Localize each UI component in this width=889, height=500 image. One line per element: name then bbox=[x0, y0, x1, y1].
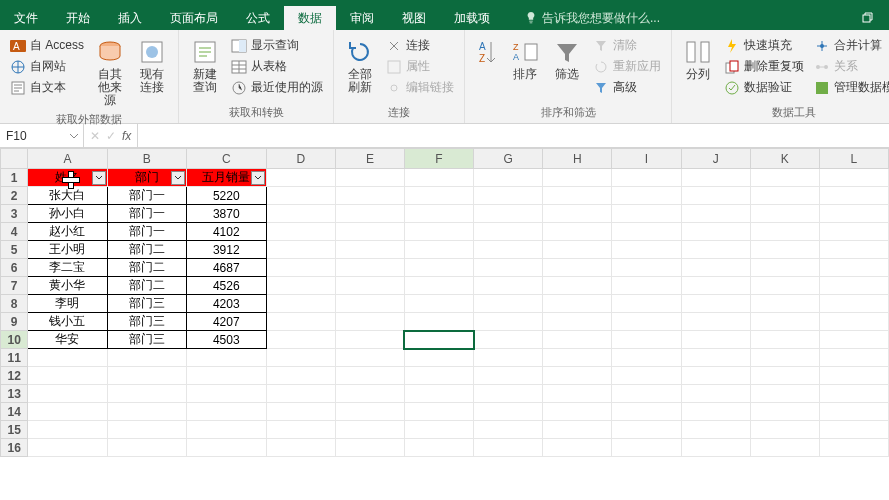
cell-B1[interactable]: 部门 bbox=[107, 169, 186, 187]
tab-formula[interactable]: 公式 bbox=[232, 6, 284, 30]
cell-E10[interactable] bbox=[335, 331, 404, 349]
cell-G2[interactable] bbox=[474, 187, 543, 205]
cell-A9[interactable]: 钱小五 bbox=[28, 313, 107, 331]
btn-sort-asc[interactable]: AZ bbox=[473, 36, 501, 68]
cell-J8[interactable] bbox=[681, 295, 750, 313]
col-header-J[interactable]: J bbox=[681, 149, 750, 169]
cell-F15[interactable] bbox=[404, 421, 473, 439]
cell-J9[interactable] bbox=[681, 313, 750, 331]
cell-J11[interactable] bbox=[681, 349, 750, 367]
cell-L1[interactable] bbox=[819, 169, 888, 187]
cell-D2[interactable] bbox=[266, 187, 335, 205]
cell-F11[interactable] bbox=[404, 349, 473, 367]
cell-B9[interactable]: 部门三 bbox=[107, 313, 186, 331]
btn-filter[interactable]: 筛选 bbox=[549, 36, 585, 83]
cell-E8[interactable] bbox=[335, 295, 404, 313]
cell-J3[interactable] bbox=[681, 205, 750, 223]
cell-L10[interactable] bbox=[819, 331, 888, 349]
cell-F13[interactable] bbox=[404, 385, 473, 403]
cell-K16[interactable] bbox=[750, 439, 819, 457]
cell-A11[interactable] bbox=[28, 349, 107, 367]
cell-H15[interactable] bbox=[543, 421, 612, 439]
cell-A13[interactable] bbox=[28, 385, 107, 403]
cell-L16[interactable] bbox=[819, 439, 888, 457]
cell-G12[interactable] bbox=[474, 367, 543, 385]
cell-B7[interactable]: 部门二 bbox=[107, 277, 186, 295]
cell-G4[interactable] bbox=[474, 223, 543, 241]
cell-L15[interactable] bbox=[819, 421, 888, 439]
cell-J16[interactable] bbox=[681, 439, 750, 457]
cell-D7[interactable] bbox=[266, 277, 335, 295]
cell-B3[interactable]: 部门一 bbox=[107, 205, 186, 223]
cell-E14[interactable] bbox=[335, 403, 404, 421]
cell-J14[interactable] bbox=[681, 403, 750, 421]
cancel-icon[interactable]: ✕ bbox=[90, 129, 100, 143]
cell-K9[interactable] bbox=[750, 313, 819, 331]
cell-B11[interactable] bbox=[107, 349, 186, 367]
fx-icon[interactable]: fx bbox=[122, 129, 131, 143]
btn-consolidate[interactable]: 合并计算 bbox=[812, 36, 889, 55]
col-header-C[interactable]: C bbox=[186, 149, 266, 169]
cell-K10[interactable] bbox=[750, 331, 819, 349]
cell-I7[interactable] bbox=[612, 277, 681, 295]
btn-from-text[interactable]: 自文本 bbox=[8, 78, 86, 97]
cell-I10[interactable] bbox=[612, 331, 681, 349]
cell-D15[interactable] bbox=[266, 421, 335, 439]
btn-remove-duplicates[interactable]: 删除重复项 bbox=[722, 57, 806, 76]
cell-I2[interactable] bbox=[612, 187, 681, 205]
cell-B2[interactable]: 部门一 bbox=[107, 187, 186, 205]
btn-new-query[interactable]: 新建查询 bbox=[187, 36, 223, 96]
select-all-corner[interactable] bbox=[1, 149, 28, 169]
row-header-6[interactable]: 6 bbox=[1, 259, 28, 277]
cell-A10[interactable]: 华安 bbox=[28, 331, 107, 349]
tab-home[interactable]: 开始 bbox=[52, 6, 104, 30]
cell-G3[interactable] bbox=[474, 205, 543, 223]
accept-icon[interactable]: ✓ bbox=[106, 129, 116, 143]
cell-E15[interactable] bbox=[335, 421, 404, 439]
btn-refresh-all[interactable]: 全部刷新 bbox=[342, 36, 378, 96]
cell-A14[interactable] bbox=[28, 403, 107, 421]
cell-L2[interactable] bbox=[819, 187, 888, 205]
cell-K14[interactable] bbox=[750, 403, 819, 421]
cell-H10[interactable] bbox=[543, 331, 612, 349]
filter-dropdown-B[interactable] bbox=[171, 171, 185, 185]
cell-C14[interactable] bbox=[186, 403, 266, 421]
cell-D8[interactable] bbox=[266, 295, 335, 313]
cell-H13[interactable] bbox=[543, 385, 612, 403]
btn-text-to-columns[interactable]: 分列 bbox=[680, 36, 716, 83]
btn-existing-conn[interactable]: 现有连接 bbox=[134, 36, 170, 96]
cell-I16[interactable] bbox=[612, 439, 681, 457]
cell-A5[interactable]: 王小明 bbox=[28, 241, 107, 259]
col-header-B[interactable]: B bbox=[107, 149, 186, 169]
cell-C11[interactable] bbox=[186, 349, 266, 367]
cell-L12[interactable] bbox=[819, 367, 888, 385]
cell-A8[interactable]: 李明 bbox=[28, 295, 107, 313]
tell-me[interactable]: 告诉我您想要做什么... bbox=[524, 6, 660, 30]
cell-B14[interactable] bbox=[107, 403, 186, 421]
row-header-12[interactable]: 12 bbox=[1, 367, 28, 385]
cell-K2[interactable] bbox=[750, 187, 819, 205]
cell-A7[interactable]: 黄小华 bbox=[28, 277, 107, 295]
cell-G10[interactable] bbox=[474, 331, 543, 349]
col-header-I[interactable]: I bbox=[612, 149, 681, 169]
col-header-E[interactable]: E bbox=[335, 149, 404, 169]
cell-D11[interactable] bbox=[266, 349, 335, 367]
cell-K15[interactable] bbox=[750, 421, 819, 439]
cell-H2[interactable] bbox=[543, 187, 612, 205]
cell-F4[interactable] bbox=[404, 223, 473, 241]
cell-D13[interactable] bbox=[266, 385, 335, 403]
cell-B15[interactable] bbox=[107, 421, 186, 439]
cell-C7[interactable]: 4526 bbox=[186, 277, 266, 295]
cell-L7[interactable] bbox=[819, 277, 888, 295]
cell-B16[interactable] bbox=[107, 439, 186, 457]
cell-A2[interactable]: 张大白 bbox=[28, 187, 107, 205]
cell-E5[interactable] bbox=[335, 241, 404, 259]
cell-G13[interactable] bbox=[474, 385, 543, 403]
cell-C13[interactable] bbox=[186, 385, 266, 403]
cell-K5[interactable] bbox=[750, 241, 819, 259]
cell-K11[interactable] bbox=[750, 349, 819, 367]
formula-input[interactable] bbox=[138, 124, 889, 147]
cell-G7[interactable] bbox=[474, 277, 543, 295]
cell-C5[interactable]: 3912 bbox=[186, 241, 266, 259]
cell-G1[interactable] bbox=[474, 169, 543, 187]
